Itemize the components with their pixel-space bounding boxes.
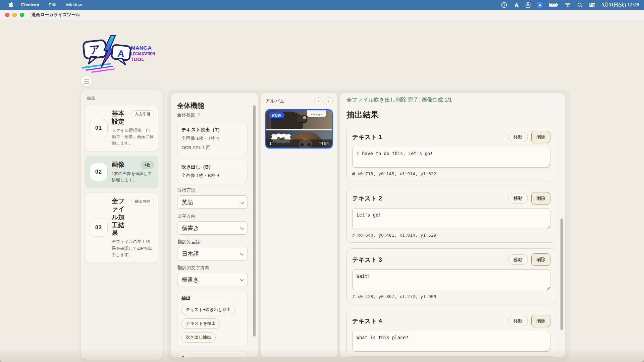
- bubble-summary-card: 吹き出し（B） 全画像 1枚・B枠 4: [177, 160, 248, 183]
- thumbnail-info-bar: 1 T4 B4: [266, 139, 332, 147]
- field-label: 文字方向: [177, 213, 248, 219]
- card-title: テキスト抽出（T）: [181, 127, 244, 133]
- album-thumbnail-selected[interactable]: Let's go! Wait! 1 T4 B4 NOW: [265, 109, 333, 148]
- extract-text-button[interactable]: テキストを抽出: [181, 318, 220, 329]
- spotlight-search-icon[interactable]: [577, 2, 583, 8]
- menu-app-name[interactable]: Electron: [21, 2, 39, 7]
- input-source-icon[interactable]: A: [537, 2, 543, 8]
- minimize-window-button[interactable]: [12, 13, 17, 17]
- step-title: 画像: [112, 161, 124, 169]
- app-window: 漫画ローカライズツール ア: [0, 10, 644, 362]
- app-content: ア A MANGA LOCALIZATION TOOL 画面: [0, 20, 644, 362]
- fist: [297, 115, 307, 123]
- sidebar-label: 画面: [87, 95, 158, 101]
- extracted-text-input[interactable]: What is this place?: [352, 331, 550, 352]
- move-button[interactable]: 移動: [508, 193, 528, 203]
- extraction-results-panel: 全ファイル吹き出し削除 完了: 画像生成 1/1 抽出結果 テキスト 1 移動 …: [340, 93, 565, 357]
- step-status-badge: 1枚: [141, 161, 154, 169]
- bolt-circle-icon[interactable]: [501, 2, 507, 8]
- delete-button[interactable]: 削除: [531, 253, 550, 266]
- step-number: 01: [90, 119, 108, 137]
- main-panels-container: 全体機能 全体枚数: 1 テキスト抽出（T） 全画像 1枚・T枠 4 OCR A…: [169, 90, 569, 360]
- bbox-coordinates: # x0:128, y0:867, x1:272, y1:909: [352, 294, 550, 299]
- global-functions-panel: 全体機能 全体枚数: 1 テキスト抽出（T） 全画像 1枚・T枠 4 OCR A…: [171, 93, 258, 357]
- logo-bubble-right: A: [111, 45, 131, 65]
- llama-tray-icon[interactable]: [514, 2, 519, 8]
- window-title: 漫画ローカライズツール: [32, 12, 80, 18]
- source-language-select[interactable]: 英語: [177, 195, 248, 209]
- menu-toggle-button[interactable]: [81, 75, 92, 87]
- select-value: 横書き: [182, 224, 199, 232]
- clipboard-icon[interactable]: [526, 2, 531, 8]
- card-title: 翻訳: [181, 356, 244, 357]
- text-direction-select[interactable]: 横書き: [177, 221, 248, 235]
- svg-text:A: A: [117, 48, 125, 59]
- sidebar-step-image[interactable]: 02 画像 1枚 1枚の画像を確認して処理します。: [85, 156, 158, 188]
- target-language-select[interactable]: 日本語: [177, 247, 248, 260]
- speech-bubble-top: Let's go!: [307, 109, 326, 117]
- extraction-actions-card: 抽出 テキスト+吹き出し抽出 テキストを抽出 吹き出し抽出: [177, 291, 248, 347]
- text-block-title: テキスト 2: [352, 194, 382, 202]
- delete-button[interactable]: 削除: [531, 315, 550, 327]
- sidebar-step-all-files-result[interactable]: 03 全ファイル加工結果 確認可能 全ファイルの加工結果を確認してZIPを出力し…: [85, 192, 158, 263]
- svg-text:ア: ア: [89, 43, 101, 56]
- svg-text:TOOL: TOOL: [131, 56, 144, 62]
- text-extraction-summary-card: テキスト抽出（T） 全画像 1枚・T枠 4 OCR API: 1 回: [177, 123, 248, 155]
- step-number: 02: [90, 163, 108, 181]
- card-line: OCR API: 1 回: [181, 145, 244, 151]
- text-block-4: テキスト 4 移動 削除 What is this place?: [346, 310, 556, 357]
- extracted-text-input[interactable]: Let's go!: [352, 208, 550, 229]
- move-button[interactable]: 移動: [508, 132, 528, 142]
- app-logo: ア A MANGA LOCALIZATION TOOL: [80, 35, 156, 74]
- text-block-title: テキスト 4: [352, 317, 382, 325]
- select-value: 横書き: [182, 276, 199, 284]
- field-label: 翻訳の文字方向: [177, 265, 248, 271]
- delete-button[interactable]: 削除: [531, 131, 550, 143]
- move-button[interactable]: 移動: [508, 254, 528, 265]
- bbox-coordinates: # x0:713, y0:145, x1:914, y1:322: [352, 171, 550, 176]
- controls-scrollbar[interactable]: [253, 105, 256, 337]
- step-status-badge: 入力準備: [131, 110, 154, 118]
- control-center-icon[interactable]: [589, 2, 595, 7]
- extracted-text-input[interactable]: Wait!: [352, 269, 550, 290]
- results-title: 抽出結果: [346, 109, 556, 120]
- macos-menu-bar: Electron Edit Window A 3月31日(火) 12:29: [0, 0, 644, 10]
- menu-window[interactable]: Window: [66, 2, 82, 7]
- card-line: 全画像 1枚・B枠 4: [181, 173, 244, 179]
- menu-clock[interactable]: 3月31日(火) 12:29: [601, 2, 639, 8]
- frame-counts: T4 B4: [319, 141, 329, 145]
- field-label: 翻訳先言語: [177, 239, 248, 245]
- step-title: 基本設定: [112, 110, 129, 126]
- delete-button[interactable]: 削除: [531, 192, 550, 204]
- translation-direction-select[interactable]: 横書き: [177, 273, 248, 286]
- album-next-button[interactable]: ›: [325, 97, 333, 105]
- extract-text-and-bubbles-button[interactable]: テキスト+吹き出し抽出: [181, 305, 235, 315]
- move-button[interactable]: 移動: [508, 316, 528, 326]
- step-description: ファイル選択後、自動で「画像」画面に移動します。: [112, 127, 154, 147]
- apple-menu-icon[interactable]: [9, 2, 14, 8]
- close-window-button[interactable]: [5, 13, 9, 17]
- wifi-icon[interactable]: [565, 2, 571, 7]
- window-title-bar: 漫画ローカライズツール: [0, 10, 644, 20]
- results-scrollbar[interactable]: [560, 219, 563, 330]
- sidebar-step-basic-settings[interactable]: 01 基本設定 入力準備 ファイル選択後、自動で「画像」画面に移動します。: [85, 105, 158, 152]
- process-status-text: 全ファイル吹き出し削除 完了: 画像生成 1/1: [346, 97, 556, 104]
- menu-edit[interactable]: Edit: [49, 2, 56, 7]
- battery-icon[interactable]: [549, 2, 558, 7]
- card-title: 抽出: [181, 295, 244, 301]
- extract-bubbles-button[interactable]: 吹き出し抽出: [181, 332, 216, 343]
- album-prev-button[interactable]: ‹: [314, 97, 322, 105]
- album-panel: アルバム ‹ › Let's go!: [261, 93, 337, 357]
- step-description: 全ファイルの加工結果を確認してZIPを出力します。: [112, 239, 154, 258]
- svg-text:MANGA: MANGA: [131, 45, 152, 51]
- page-number: 1: [269, 141, 271, 145]
- bbox-coordinates: # x0:640, y0:481, x1:814, y1:529: [352, 233, 550, 238]
- translation-actions-card: 翻訳 翻訳反映: [177, 352, 248, 357]
- screen-sidebar: 画面 01 基本設定 入力準備 ファイル選択後、自動で「画像」画面に移動します。…: [80, 89, 163, 360]
- step-number: 03: [90, 219, 108, 237]
- total-pages-label: 全体枚数: 1: [177, 112, 248, 118]
- svg-text:LOCALIZATION: LOCALIZATION: [131, 51, 155, 56]
- extracted-text-input[interactable]: I have to do this. Let's go!: [352, 147, 550, 168]
- select-value: 英語: [182, 198, 193, 206]
- zoom-window-button[interactable]: [20, 13, 24, 17]
